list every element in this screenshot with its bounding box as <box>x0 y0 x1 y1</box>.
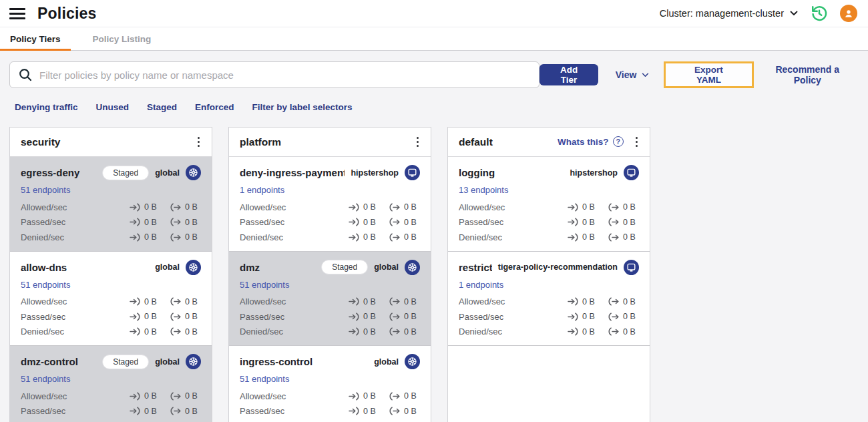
ingress-arrow-icon <box>349 407 360 415</box>
ingress-stat: 0 B <box>568 312 598 321</box>
ingress-stat: 0 B <box>568 232 598 242</box>
stat-row: Denied/sec 0 B 0 B <box>240 419 420 422</box>
stat-row: Passed/sec 0 B 0 B <box>240 309 420 325</box>
egress-value: 0 B <box>185 218 198 227</box>
egress-stat: 0 B <box>170 407 201 416</box>
cluster-selector[interactable]: Cluster: management-cluster <box>660 8 798 19</box>
egress-stat: 0 B <box>608 327 639 337</box>
filter-enforced[interactable]: Enforced <box>195 102 234 112</box>
egress-arrow-icon <box>389 233 401 242</box>
ingress-stat: 0 B <box>130 232 160 242</box>
filter-unused[interactable]: Unused <box>96 102 130 112</box>
ingress-stat: 0 B <box>568 297 598 306</box>
ingress-arrow-icon <box>130 203 141 212</box>
filter-denying-traffic[interactable]: Denying traffic <box>15 102 78 112</box>
policy-stats: Allowed/sec 0 B 0 B Passed/sec <box>21 389 201 422</box>
policy-card[interactable]: logging hipstershop 13 endpoints Allowed… <box>448 157 650 252</box>
tab-policy-tiers[interactable]: Policy Tiers <box>0 27 71 50</box>
ingress-stat: 0 B <box>568 202 598 212</box>
hamburger-menu-icon[interactable] <box>9 8 25 19</box>
kebab-menu-icon[interactable] <box>413 134 423 150</box>
ingress-value: 0 B <box>363 218 376 227</box>
history-icon[interactable] <box>810 5 828 23</box>
egress-arrow-icon <box>389 327 401 336</box>
stat-row: Denied/sec 0 B 0 B <box>459 325 639 340</box>
egress-stat: 0 B <box>389 202 420 212</box>
policy-card[interactable]: dmz Staged global 51 endpoints Allowed/s… <box>229 252 431 347</box>
policy-scope-label: hipstershop <box>351 168 399 178</box>
namespace-scope-icon <box>624 165 639 180</box>
ingress-arrow-icon <box>130 407 141 415</box>
egress-value: 0 B <box>404 232 417 242</box>
policy-card[interactable]: deny-ingress-paymentservi... hipstershop… <box>229 157 431 252</box>
stat-row: Passed/sec 0 B 0 B <box>21 404 201 419</box>
egress-value: 0 B <box>623 232 636 242</box>
kebab-menu-icon[interactable] <box>194 134 204 150</box>
policy-card[interactable]: allow-dns global 51 endpoints Allowed/se… <box>10 252 212 347</box>
ingress-stat: 0 B <box>349 297 379 306</box>
endpoints-link[interactable]: 1 endpoints <box>240 185 284 195</box>
ingress-stat: 0 B <box>349 391 379 401</box>
tab-policy-listing[interactable]: Policy Listing <box>83 27 162 50</box>
ingress-value: 0 B <box>582 312 595 321</box>
endpoints-link[interactable]: 51 endpoints <box>21 280 70 290</box>
recommend-policy-button[interactable]: Recommend a Policy <box>762 64 854 85</box>
user-avatar[interactable] <box>840 5 857 22</box>
global-scope-icon <box>186 260 201 275</box>
tier-title: default <box>459 136 493 148</box>
ingress-value: 0 B <box>363 232 376 242</box>
egress-arrow-icon <box>389 407 401 415</box>
policy-search-input[interactable] <box>39 69 531 81</box>
egress-arrow-icon <box>608 297 620 306</box>
export-yaml-button[interactable]: Export YAML <box>666 63 751 86</box>
egress-arrow-icon <box>170 203 182 212</box>
endpoints-link[interactable]: 13 endpoints <box>459 185 508 195</box>
stat-label: Passed/sec <box>21 312 65 322</box>
egress-value: 0 B <box>185 232 198 242</box>
stat-row: Denied/sec 0 B 0 B <box>21 419 201 422</box>
add-tier-button[interactable]: Add Tier <box>539 64 598 85</box>
tier-header: default Whats this? ? <box>448 128 650 157</box>
policy-name: logging <box>459 167 564 178</box>
ingress-stat: 0 B <box>130 218 160 227</box>
stat-label: Allowed/sec <box>459 202 505 212</box>
kebab-menu-icon[interactable] <box>632 134 642 150</box>
egress-value: 0 B <box>623 202 636 212</box>
tier-column: platform deny-ingress-paymentservi... hi… <box>228 127 431 422</box>
policy-card[interactable]: ingress-control global 51 endpoints Allo… <box>229 346 431 422</box>
policy-scope-label: global <box>374 357 399 367</box>
egress-arrow-icon <box>389 392 401 401</box>
endpoints-link[interactable]: 51 endpoints <box>240 280 289 290</box>
egress-value: 0 B <box>623 327 636 337</box>
egress-value: 0 B <box>404 297 417 306</box>
tier-help-link[interactable]: Whats this? ? <box>558 136 624 147</box>
endpoints-link[interactable]: 1 endpoints <box>459 280 503 290</box>
filter-by-label-selectors[interactable]: Filter by label selectors <box>252 102 353 112</box>
stat-label: Denied/sec <box>21 232 64 242</box>
endpoints-link[interactable]: 51 endpoints <box>21 374 70 384</box>
filter-staged[interactable]: Staged <box>147 102 177 112</box>
tab-bar: Policy Tiers Policy Listing <box>0 27 868 51</box>
egress-stat: 0 B <box>608 312 639 321</box>
policy-card[interactable]: egress-deny Staged global 51 endpoints A… <box>10 157 212 252</box>
ingress-value: 0 B <box>363 407 376 416</box>
policy-card[interactable]: dmz-control Staged global 51 endpoints A… <box>10 346 212 422</box>
stat-row: Denied/sec 0 B 0 B <box>21 325 201 340</box>
view-dropdown-button[interactable]: View <box>616 69 650 80</box>
ingress-value: 0 B <box>144 407 157 416</box>
staged-badge: Staged <box>321 260 368 274</box>
stat-label: Passed/sec <box>240 406 284 416</box>
egress-arrow-icon <box>608 312 620 321</box>
stat-row: Passed/sec 0 B 0 B <box>459 309 639 325</box>
policy-card[interactable]: restricted tigera-policy-recommendation … <box>448 252 650 347</box>
egress-arrow-icon <box>389 312 401 321</box>
namespace-scope-icon <box>405 165 420 180</box>
ingress-value: 0 B <box>582 297 595 306</box>
endpoints-link[interactable]: 51 endpoints <box>240 374 289 384</box>
stat-label: Passed/sec <box>459 312 503 322</box>
endpoints-link[interactable]: 51 endpoints <box>21 185 70 195</box>
egress-value: 0 B <box>623 218 636 227</box>
policy-stats: Allowed/sec 0 B 0 B Passed/sec <box>21 200 201 245</box>
policy-name: deny-ingress-paymentservi... <box>240 167 345 178</box>
ingress-value: 0 B <box>363 297 376 306</box>
